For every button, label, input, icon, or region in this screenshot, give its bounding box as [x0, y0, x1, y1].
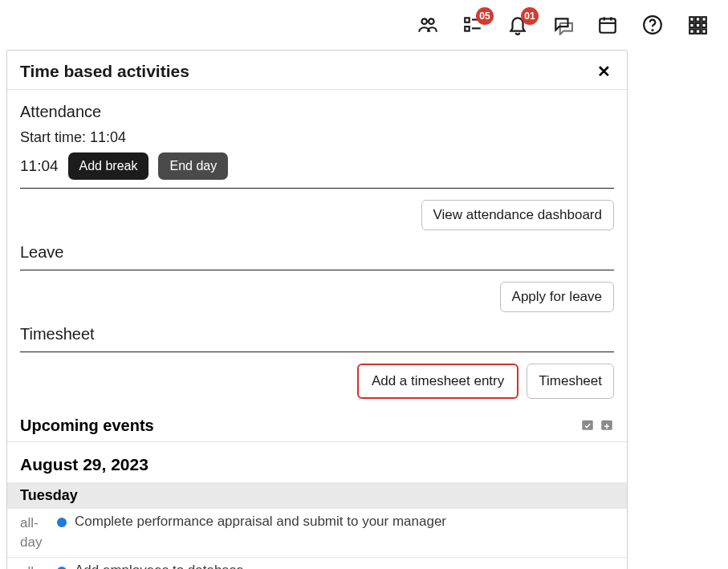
event-time: all-day [20, 514, 49, 552]
svg-rect-6 [600, 18, 616, 32]
event-time: all-day [20, 563, 49, 569]
start-time-value: 11:04 [90, 129, 126, 145]
chat-icon[interactable] [551, 14, 574, 36]
event-dot-icon [57, 567, 67, 569]
svg-point-11 [652, 30, 653, 30]
event-title: Add employees to database [75, 563, 244, 569]
svg-point-1 [429, 18, 434, 24]
event-row[interactable]: all-day Add employees to database [7, 558, 627, 569]
attendance-heading: Attendance [20, 103, 614, 121]
attendance-section: Attendance Start time: 11:04 11:04 Add b… [7, 103, 627, 180]
calendar-add-icon[interactable] [600, 417, 614, 435]
svg-rect-13 [696, 17, 700, 21]
bell-icon[interactable]: 01 [506, 14, 529, 36]
events-day: Tuesday [7, 482, 627, 509]
end-day-button[interactable]: End day [158, 152, 228, 180]
leave-section: Leave [7, 243, 627, 262]
panel-header: Time based activities ✕ [7, 51, 627, 90]
events-header: Upcoming events [7, 399, 627, 442]
add-timesheet-entry-button[interactable]: Add a timesheet entry [357, 364, 519, 399]
svg-point-0 [421, 18, 427, 24]
calendar-icon[interactable] [596, 14, 619, 36]
start-time-line: Start time: 11:04 [20, 129, 614, 146]
event-row[interactable]: all-day Complete performance appraisal a… [7, 509, 627, 558]
svg-rect-2 [465, 18, 469, 22]
svg-rect-18 [689, 29, 693, 33]
close-button[interactable]: ✕ [594, 62, 614, 81]
svg-rect-19 [696, 29, 700, 33]
svg-rect-12 [689, 17, 693, 21]
svg-rect-3 [465, 26, 469, 30]
apply-for-leave-button[interactable]: Apply for leave [500, 282, 614, 312]
timesheet-button[interactable]: Timesheet [527, 364, 614, 399]
start-time-label: Start time: [20, 129, 86, 145]
calendar-check-icon[interactable] [580, 417, 595, 435]
leave-heading: Leave [20, 243, 614, 262]
tasks-badge: 05 [476, 7, 494, 25]
current-time: 11:04 [20, 157, 59, 175]
apps-grid-icon[interactable] [686, 14, 709, 36]
svg-rect-16 [696, 23, 700, 27]
svg-rect-14 [702, 17, 706, 21]
svg-rect-21 [582, 420, 593, 429]
event-title: Complete performance appraisal and submi… [75, 514, 446, 530]
help-icon[interactable] [641, 14, 664, 36]
timesheet-section: Timesheet [7, 325, 627, 343]
svg-rect-17 [702, 23, 706, 27]
tasks-icon[interactable]: 05 [462, 14, 484, 36]
timesheet-heading: Timesheet [20, 325, 614, 343]
topbar: 05 01 [0, 0, 728, 50]
add-break-button[interactable]: Add break [68, 152, 149, 180]
panel-title: Time based activities [20, 62, 189, 81]
people-icon[interactable] [417, 14, 439, 36]
events-date: August 29, 2023 [7, 442, 627, 482]
event-dot-icon [57, 518, 67, 527]
time-activities-panel: Time based activities ✕ Attendance Start… [6, 50, 628, 569]
svg-rect-15 [689, 23, 693, 27]
events-heading: Upcoming events [20, 417, 154, 435]
svg-rect-20 [702, 29, 706, 33]
notifications-badge: 01 [521, 7, 539, 25]
view-attendance-dashboard-button[interactable]: View attendance dashboard [421, 200, 614, 230]
